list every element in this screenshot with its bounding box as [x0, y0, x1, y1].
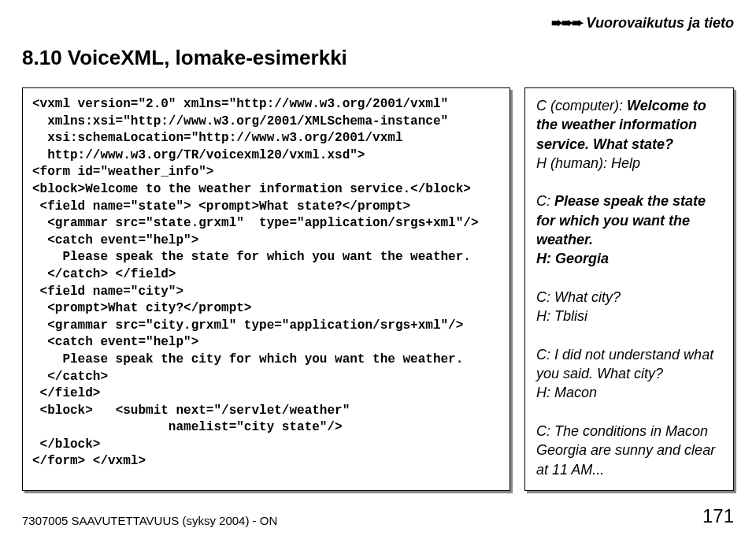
- dialog-line: C: What city?: [536, 288, 722, 307]
- dialog-line: H: Tblisi: [536, 307, 722, 325]
- dialog-line: C: I did not understand what you said. W…: [536, 345, 722, 384]
- footer-course: 7307005 SAAVUTETTAVUUS (syksy 2004) - ON: [22, 514, 277, 527]
- dialog-example: C (computer): Welcome to the weather inf…: [524, 87, 734, 491]
- breadcrumb: ➨➨➨ Vuorovaikutus ja tieto: [22, 14, 734, 32]
- page-number: 171: [702, 505, 734, 527]
- dialog-line: C (computer):: [536, 98, 627, 113]
- breadcrumb-text: Vuorovaikutus ja tieto: [586, 15, 734, 31]
- dialog-line: H: Macon: [536, 383, 722, 402]
- dialog-line: H: Georgia: [536, 251, 609, 266]
- dialog-line: H (human): Help: [536, 154, 722, 173]
- code-listing: <vxml version="2.0" xmlns="http://www.w3…: [22, 87, 510, 491]
- dialog-line: C:: [536, 193, 554, 209]
- page-heading: 8.10 VoiceXML, lomake-esimerkki: [22, 46, 734, 70]
- dialog-line: C: The conditions in Macon Georgia are s…: [536, 422, 722, 479]
- arrow-icon: ➨: [572, 14, 584, 32]
- dialog-line: Please speak the state for which you wan…: [536, 193, 706, 247]
